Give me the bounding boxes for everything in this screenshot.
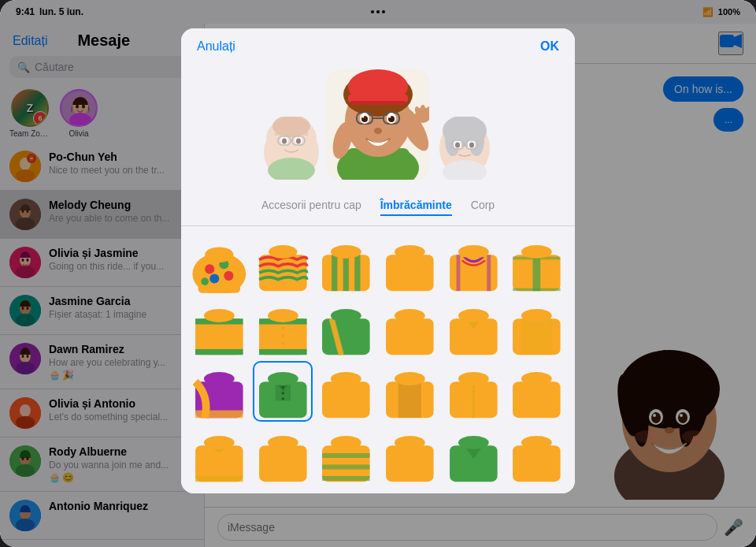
clothing-item-24[interactable] xyxy=(506,425,567,486)
svg-point-186 xyxy=(331,436,361,449)
svg-point-80 xyxy=(421,105,425,113)
svg-rect-184 xyxy=(322,464,370,469)
svg-rect-112 xyxy=(198,259,240,292)
svg-point-179 xyxy=(204,436,235,449)
svg-point-153 xyxy=(458,309,489,322)
svg-point-125 xyxy=(331,245,361,259)
clothing-item-9[interactable] xyxy=(316,298,376,359)
memoji-preview-main xyxy=(327,69,429,180)
clothing-item-16[interactable] xyxy=(380,361,440,422)
svg-rect-185 xyxy=(322,476,370,481)
modal-header: Anulați OK xyxy=(181,28,575,61)
svg-point-70 xyxy=(296,139,301,144)
clothing-item-19[interactable] xyxy=(189,425,250,486)
svg-point-145 xyxy=(281,333,285,337)
svg-point-164 xyxy=(281,398,284,401)
svg-rect-166 xyxy=(322,382,370,419)
clothing-item-6[interactable] xyxy=(506,234,567,295)
category-tabs: Accesorii pentru cap Îmbrăcăminte Corp xyxy=(181,192,575,226)
svg-rect-187 xyxy=(386,445,434,482)
cancel-button[interactable]: Anulați xyxy=(197,39,235,54)
tab-body[interactable]: Corp xyxy=(471,199,495,216)
svg-point-151 xyxy=(395,309,425,322)
clothing-item-12[interactable] xyxy=(506,298,567,359)
clothing-item-1[interactable] xyxy=(189,234,250,295)
svg-point-127 xyxy=(395,245,425,259)
clothing-item-13[interactable] xyxy=(189,361,250,422)
svg-rect-191 xyxy=(513,445,561,482)
svg-rect-129 xyxy=(456,255,460,291)
svg-point-159 xyxy=(204,372,235,385)
svg-point-118 xyxy=(205,247,233,262)
clothing-item-2[interactable] xyxy=(253,234,313,295)
clothing-item-3[interactable] xyxy=(316,234,376,295)
memoji-customizer-modal: Anulați OK xyxy=(181,28,575,493)
svg-point-156 xyxy=(521,309,552,322)
clothing-item-15[interactable] xyxy=(316,361,376,422)
svg-point-170 xyxy=(395,372,425,385)
svg-rect-124 xyxy=(355,255,361,291)
clothing-grid xyxy=(181,226,575,493)
memoji-preview-left xyxy=(264,117,319,180)
clothing-item-5[interactable] xyxy=(443,234,504,295)
tab-accessories[interactable]: Accesorii pentru cap xyxy=(261,199,361,216)
svg-point-97 xyxy=(389,116,391,118)
svg-rect-175 xyxy=(513,382,561,419)
clothing-item-8[interactable] xyxy=(253,298,313,359)
svg-point-181 xyxy=(268,436,298,449)
svg-rect-173 xyxy=(472,389,476,393)
clothing-item-7[interactable] xyxy=(189,298,250,359)
svg-point-120 xyxy=(269,245,297,259)
svg-rect-88 xyxy=(350,101,406,105)
clothing-item-17[interactable] xyxy=(443,361,504,422)
clothing-item-10[interactable] xyxy=(380,298,440,359)
svg-rect-133 xyxy=(533,255,541,291)
clothing-item-18[interactable] xyxy=(506,361,567,422)
svg-rect-126 xyxy=(386,255,434,291)
tab-clothing[interactable]: Îmbrăcăminte xyxy=(380,199,452,216)
svg-rect-183 xyxy=(322,453,370,458)
svg-rect-180 xyxy=(259,445,307,482)
svg-rect-135 xyxy=(513,288,561,292)
clothing-item-23[interactable] xyxy=(443,425,504,486)
svg-point-188 xyxy=(395,436,425,449)
svg-point-69 xyxy=(282,139,287,144)
clothing-item-4[interactable] xyxy=(380,234,440,295)
svg-rect-122 xyxy=(332,255,337,291)
svg-point-192 xyxy=(521,436,552,449)
svg-point-147 xyxy=(268,309,298,322)
svg-rect-130 xyxy=(487,255,491,291)
svg-point-190 xyxy=(458,436,489,449)
svg-point-149 xyxy=(331,309,361,322)
clothing-item-11[interactable] xyxy=(443,298,504,359)
clothing-item-22[interactable] xyxy=(380,425,440,486)
svg-point-140 xyxy=(204,309,235,322)
svg-point-105 xyxy=(455,143,460,148)
clothing-item-14[interactable] xyxy=(253,361,313,422)
svg-point-136 xyxy=(521,245,552,259)
svg-rect-123 xyxy=(343,255,349,291)
svg-point-163 xyxy=(281,392,284,395)
svg-point-162 xyxy=(281,386,284,389)
memoji-preview-row xyxy=(181,61,575,192)
modal-overlay: Anulați OK xyxy=(0,0,756,547)
svg-point-146 xyxy=(281,341,285,345)
svg-point-106 xyxy=(469,143,474,148)
svg-point-117 xyxy=(201,277,209,285)
memoji-preview-right xyxy=(437,117,492,180)
svg-point-96 xyxy=(362,116,365,118)
svg-point-98 xyxy=(374,128,382,134)
svg-rect-139 xyxy=(195,349,243,355)
svg-point-167 xyxy=(331,372,361,385)
svg-rect-143 xyxy=(259,349,307,355)
clothing-item-20[interactable] xyxy=(253,425,313,486)
svg-point-115 xyxy=(209,274,219,283)
svg-point-131 xyxy=(458,245,489,259)
svg-point-165 xyxy=(268,372,298,385)
svg-point-174 xyxy=(458,372,489,385)
svg-point-176 xyxy=(521,372,552,385)
ok-button[interactable]: OK xyxy=(540,39,559,54)
svg-rect-169 xyxy=(398,382,421,419)
clothing-item-21[interactable] xyxy=(316,425,376,486)
svg-rect-150 xyxy=(386,318,434,355)
